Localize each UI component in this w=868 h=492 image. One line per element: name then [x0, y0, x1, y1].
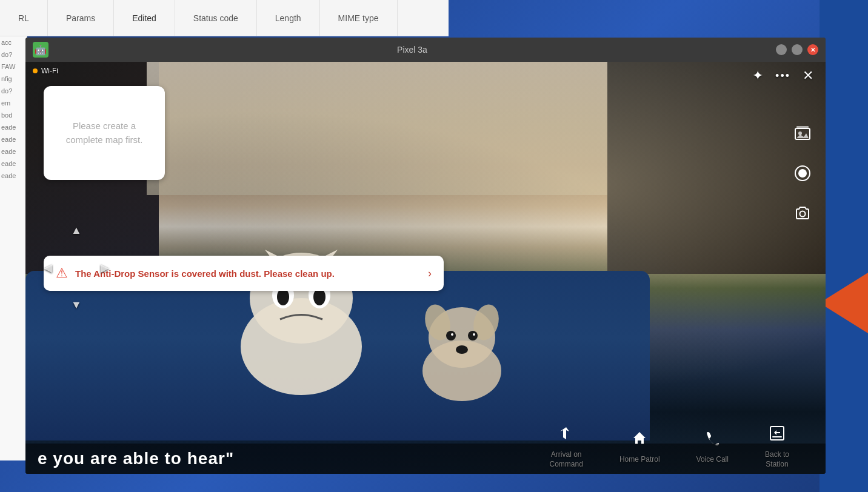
- camera-icon: [794, 205, 811, 222]
- window-title: Pixel 3a: [48, 45, 776, 55]
- status-bar: Wi-Fi: [25, 62, 826, 80]
- sidebar-item: do?: [0, 85, 27, 97]
- close-button[interactable]: ✕: [807, 44, 818, 55]
- direction-right-button[interactable]: ▶: [101, 261, 109, 274]
- sidebar-item: eade: [0, 145, 27, 158]
- svg-point-12: [451, 333, 453, 336]
- tab-edited[interactable]: Edited: [114, 0, 175, 36]
- sidebar-item: FAW: [0, 61, 27, 73]
- tab-bar: RL Params Edited Status code Length MIME…: [0, 0, 449, 36]
- directional-controls: ▲ ◀ ▶ ▼: [44, 224, 109, 311]
- phone-content: Wi-Fi Please create a complete map first…: [25, 62, 826, 474]
- svg-point-4: [277, 288, 289, 305]
- brightness-button[interactable]: ✦: [752, 68, 763, 84]
- sidebar-item: em: [0, 97, 27, 109]
- map-card-text: Please create a complete map first.: [56, 119, 153, 147]
- svg-point-5: [313, 288, 326, 305]
- direction-up-button[interactable]: ▲: [71, 224, 82, 237]
- tab-status-code[interactable]: Status code: [175, 0, 257, 36]
- svg-point-19: [798, 169, 807, 178]
- window-bright-area: [147, 62, 644, 195]
- sidebar-item: eade: [0, 133, 27, 145]
- sidebar-item: eade: [0, 121, 27, 133]
- wifi-indicator: Wi-Fi: [33, 67, 58, 75]
- more-options-button[interactable]: •••: [775, 70, 790, 82]
- sidebar-item: bod: [0, 109, 27, 121]
- warning-chevron-icon: ›: [428, 267, 432, 280]
- tab-length[interactable]: Length: [257, 0, 320, 36]
- direction-down-button[interactable]: ▼: [71, 299, 82, 311]
- close-camera-button[interactable]: ✕: [803, 68, 813, 84]
- wifi-dot: [33, 68, 38, 73]
- tab-rl[interactable]: RL: [0, 0, 48, 36]
- camera-button[interactable]: [792, 202, 813, 224]
- window-controls: ✕: [776, 44, 818, 55]
- sidebar-item: acc: [0, 36, 27, 48]
- gallery-icon: [794, 125, 811, 142]
- maximize-button[interactable]: [792, 44, 803, 55]
- svg-rect-22: [772, 436, 782, 437]
- sidebar-item: nfig: [0, 73, 27, 85]
- caption-text: e you are able to hear": [38, 449, 234, 468]
- robot-icon: 🤖: [35, 44, 47, 56]
- phone-window: 🤖 Pixel 3a ✕: [25, 38, 826, 474]
- sidebar-item: do?: [0, 48, 27, 61]
- chevron-decoration: [820, 273, 868, 333]
- wifi-label: Wi-Fi: [41, 67, 58, 75]
- svg-point-20: [800, 211, 806, 217]
- left-sidebar: acc do? FAW nfig do? em bod eade eade ea…: [0, 36, 27, 460]
- window-titlebar: 🤖 Pixel 3a ✕: [25, 38, 826, 62]
- minimize-button[interactable]: [776, 44, 787, 55]
- tab-params[interactable]: Params: [48, 0, 114, 36]
- svg-point-14: [456, 345, 468, 354]
- app-icon: 🤖: [33, 42, 48, 58]
- warning-text: The Anti-Drop Sensor is covered with dus…: [75, 268, 421, 279]
- direction-middle-row: ◀ ▶: [44, 261, 109, 274]
- top-right-controls: ✦ ••• ✕: [752, 68, 813, 84]
- gallery-button[interactable]: [792, 122, 813, 144]
- right-decoration: [820, 0, 868, 492]
- map-card: Please create a complete map first.: [44, 86, 165, 180]
- svg-point-10: [446, 331, 456, 341]
- dog: [401, 292, 522, 413]
- bottom-caption: e you are able to hear": [25, 444, 826, 474]
- tab-mime-type[interactable]: MIME type: [320, 0, 398, 36]
- svg-rect-16: [796, 126, 809, 128]
- direction-left-button[interactable]: ◀: [44, 261, 52, 274]
- sidebar-item: eade: [0, 158, 27, 170]
- record-button[interactable]: [792, 162, 813, 184]
- svg-point-11: [468, 331, 478, 341]
- sidebar-item: eade: [0, 170, 27, 182]
- record-icon: [794, 165, 811, 182]
- right-side-controls: [792, 122, 813, 224]
- svg-point-13: [473, 333, 475, 336]
